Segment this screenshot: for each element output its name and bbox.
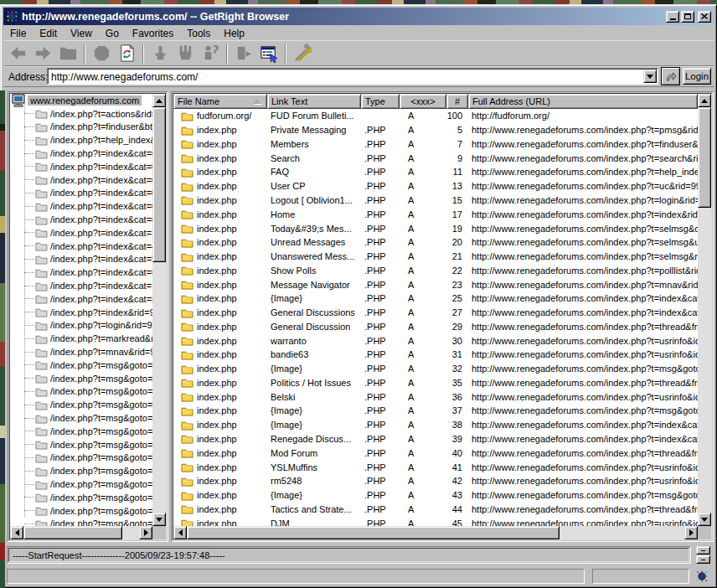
tree-item[interactable]: /index.php?t=msg&goto=17 <box>10 477 152 491</box>
tree-root-item[interactable]: www.renegadeforums.com <box>10 94 152 107</box>
list-row[interactable]: index.phpUser CP.PHPA13http://www.renega… <box>173 179 698 193</box>
stop-button[interactable] <box>89 42 114 64</box>
scroll-down-button[interactable] <box>698 513 711 526</box>
tree-item[interactable]: /index.php?t=msg&goto=17 <box>10 385 152 399</box>
tree-item[interactable]: /index.php?t=index&cat=0& <box>10 173 152 187</box>
log-scroll-down-button[interactable] <box>696 555 710 564</box>
tree-vertical-scrollbar[interactable] <box>152 94 166 526</box>
list-row[interactable]: index.phpTactics and Strate....PHPA44htt… <box>173 502 698 516</box>
forward-arrow-button[interactable] <box>30 42 55 64</box>
tree-item[interactable]: /index.php?t=actions&rid=9 <box>10 107 152 121</box>
list-horizontal-scrollbar[interactable] <box>173 526 698 539</box>
tree-item[interactable]: /index.php?t=markread&rid= <box>10 332 152 345</box>
tree-item[interactable]: /index.php?t=index&cat=0& <box>10 147 152 160</box>
tree-item[interactable]: /index.php?t=index&cat=5& <box>10 253 152 266</box>
scroll-thumb[interactable] <box>187 526 560 539</box>
tree-item[interactable]: /index.php?t=msg&goto=17 <box>10 411 152 425</box>
tree-item[interactable]: /index.php?t=index&cat=6& <box>10 266 152 279</box>
address-input[interactable] <box>49 70 642 83</box>
list-row[interactable]: index.phpLogout [ Oblivion1....PHPA15htt… <box>173 193 698 208</box>
scroll-right-button[interactable] <box>684 526 698 539</box>
tree-item[interactable]: /index.php?t=index&cat=8& <box>10 292 152 306</box>
menu-item-edit[interactable]: Edit <box>33 27 64 40</box>
tree-item[interactable]: /index.php?t=msg&goto=17 <box>10 491 152 504</box>
list-row[interactable]: index.phpToday&#39;s Mes....PHPA19http:/… <box>173 221 698 235</box>
scroll-thumb[interactable] <box>23 526 122 539</box>
back-arrow-button[interactable] <box>5 42 30 64</box>
scroll-thumb[interactable] <box>152 107 166 262</box>
scroll-up-button[interactable] <box>152 94 166 107</box>
tree-item[interactable]: /index.php?t=index&cat=0& <box>10 213 152 226</box>
list-row[interactable]: index.phpGeneral Discussion.PHPA29http:/… <box>173 319 698 333</box>
minimize-button[interactable] <box>666 11 679 23</box>
list-row[interactable]: index.phpUnread Messages.PHPA20http://ww… <box>173 235 698 250</box>
scroll-left-button[interactable] <box>10 526 23 539</box>
list-row[interactable]: index.phpUnanswered Mess....PHPA21http:/… <box>173 250 698 264</box>
scroll-right-button[interactable] <box>139 526 152 539</box>
address-dropdown-button[interactable] <box>643 70 657 83</box>
list-row[interactable]: index.phpRenegade Discus....PHPA39http:/… <box>173 432 698 446</box>
list-row[interactable]: index.phpbandie63.PHPA31http://www.reneg… <box>173 348 698 362</box>
login-button[interactable]: Login <box>683 68 711 85</box>
list-row[interactable]: index.php{Image}.PHPA43http://www.renega… <box>173 488 698 503</box>
tree-item[interactable]: /index.php?t=msg&goto=17 <box>10 504 152 518</box>
tree-item[interactable]: /index.php?t=msg&goto=17 <box>10 398 152 411</box>
header-number[interactable]: # <box>446 94 468 109</box>
list-row[interactable]: index.php{Image}.PHPA37http://www.renega… <box>173 404 698 418</box>
close-button[interactable] <box>698 11 711 23</box>
tree-item[interactable]: /index.php?t=msg&goto=17 <box>10 518 152 527</box>
list-row[interactable]: index.phpHome.PHPA17http://www.renegadef… <box>173 207 698 221</box>
tree-item[interactable]: /index.php?t=index&cat=0& <box>10 160 152 173</box>
send-to-getright-button[interactable] <box>231 42 256 64</box>
scroll-thumb[interactable] <box>698 107 711 208</box>
list-row[interactable]: index.phpPolitics / Hot Issues.PHPA35htt… <box>173 376 698 390</box>
tree-item[interactable]: /index.php?t=msg&goto=17 <box>10 438 152 451</box>
tree-item[interactable]: /index.php?t=help_index&rid <box>10 133 152 147</box>
list-row[interactable]: index.php{Image}.PHPA25http://www.renega… <box>173 291 698 306</box>
list-vertical-scrollbar[interactable] <box>698 94 711 526</box>
open-folder-button[interactable] <box>55 42 80 64</box>
header-link-text[interactable]: Link Text <box>267 94 361 109</box>
menu-item-file[interactable]: File <box>3 27 33 40</box>
tree-item[interactable]: /index.php?t=index&cat=0& <box>10 199 152 213</box>
list-row[interactable]: index.phpBelski.PHPA36http://www.renegad… <box>173 389 698 404</box>
refresh-page-button[interactable] <box>114 42 139 64</box>
menu-item-go[interactable]: Go <box>99 27 126 40</box>
tree-item[interactable]: /index.php?t=msg&goto=16 <box>10 358 152 372</box>
list-row[interactable]: index.phprm5248.PHPA42http://www.renegad… <box>173 474 698 488</box>
log-field[interactable]: -----StartRequest--------------2005/09/2… <box>7 546 691 564</box>
tree-item[interactable]: /index.php?t=login&rid=996 <box>10 319 152 333</box>
list-row[interactable]: index.phpMessage Navigator.PHPA23http://… <box>173 277 698 291</box>
tools-button[interactable] <box>290 42 315 64</box>
header-tag[interactable]: <xxx> <box>400 94 446 109</box>
list-row[interactable]: index.phpMembers.PHPA7http://www.renegad… <box>173 137 698 152</box>
list-row[interactable]: index.phpwarranto.PHPA30http://www.reneg… <box>173 333 698 348</box>
list-row[interactable]: index.phpPrivate Messaging.PHPA5http://w… <box>173 123 698 137</box>
list-row[interactable]: index.php{Image}.PHPA38http://www.renega… <box>173 418 698 432</box>
tree-item[interactable]: /index.php?t=msg&goto=17 <box>10 372 152 385</box>
list-row[interactable]: index.phpGeneral Discussions.PHPA27http:… <box>173 306 698 320</box>
scroll-up-button[interactable] <box>698 94 711 107</box>
tree-horizontal-scrollbar[interactable] <box>10 526 152 539</box>
list-row[interactable]: index.phpShow Polls.PHPA22http://www.ren… <box>173 263 698 277</box>
list-row[interactable]: index.phpDJM.PHPA45http://www.renegadefo… <box>173 516 698 526</box>
tree-item[interactable]: /index.php?t=finduser&btn_ <box>10 121 152 134</box>
menu-item-help[interactable]: Help <box>217 27 251 40</box>
tree-item[interactable]: /index.php?t=index&cat=0& <box>10 187 152 200</box>
title-bar[interactable]: http://www.renegadeforums.com/ -- GetRig… <box>3 8 714 25</box>
header-full-address[interactable]: Full Address (URL) <box>468 94 698 109</box>
tree-item[interactable]: /index.php?t=msg&goto=17 <box>10 425 152 438</box>
log-scroll-up-button[interactable] <box>696 546 710 554</box>
list-row[interactable]: index.phpYSLMuffins.PHPA41http://www.ren… <box>173 460 698 474</box>
go-button[interactable] <box>661 67 680 85</box>
tree-item[interactable]: /index.php?t=index&cat=7& <box>10 279 152 292</box>
tree-item[interactable]: /index.php?t=msg&goto=17 <box>10 464 152 477</box>
menu-item-favorites[interactable]: Favorites <box>126 27 180 40</box>
tree-item[interactable]: /index.php?t=mnav&rid=996 <box>10 345 152 358</box>
list-row[interactable]: index.php{Image}.PHPA32http://www.renega… <box>173 362 698 376</box>
scroll-left-button[interactable] <box>173 526 187 539</box>
download-all-button[interactable] <box>173 42 198 64</box>
download-button[interactable] <box>147 42 173 64</box>
header-type[interactable]: Type <box>361 94 400 109</box>
tree-item[interactable]: /index.php?t=index&cat=4& <box>10 240 152 253</box>
